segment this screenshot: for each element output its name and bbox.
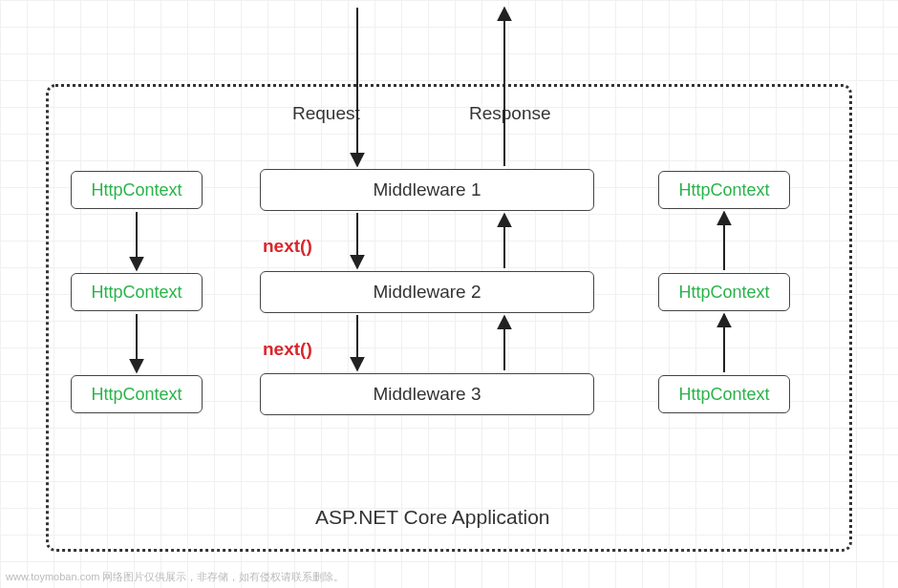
- middleware-1: Middleware 1: [260, 169, 594, 211]
- next-label-2: next(): [263, 339, 312, 360]
- http-context-text: HttpContext: [91, 385, 182, 405]
- app-caption: ASP.NET Core Application: [315, 506, 550, 529]
- next-label-1: next(): [263, 236, 312, 257]
- footer-watermark: www.toymoban.com 网络图片仅供展示，非存储，如有侵权请联系删除。: [6, 570, 344, 584]
- app-container: [46, 84, 852, 552]
- http-context-text: HttpContext: [91, 180, 182, 200]
- middleware-3: Middleware 3: [260, 373, 594, 415]
- http-context-text: HttpContext: [91, 283, 182, 303]
- http-context-text: HttpContext: [678, 283, 769, 303]
- middleware-text: Middleware 3: [374, 384, 481, 405]
- http-context-left-1: HttpContext: [71, 171, 203, 209]
- http-context-left-3: HttpContext: [71, 375, 203, 413]
- middleware-text: Middleware 2: [374, 282, 481, 303]
- http-context-right-3: HttpContext: [658, 375, 790, 413]
- http-context-right-1: HttpContext: [658, 171, 790, 209]
- response-label: Response: [469, 103, 551, 124]
- middleware-text: Middleware 1: [374, 179, 481, 200]
- http-context-text: HttpContext: [678, 385, 769, 405]
- http-context-text: HttpContext: [678, 180, 769, 200]
- http-context-left-2: HttpContext: [71, 273, 203, 311]
- middleware-2: Middleware 2: [260, 271, 594, 313]
- request-label: Request: [292, 103, 360, 124]
- http-context-right-2: HttpContext: [658, 273, 790, 311]
